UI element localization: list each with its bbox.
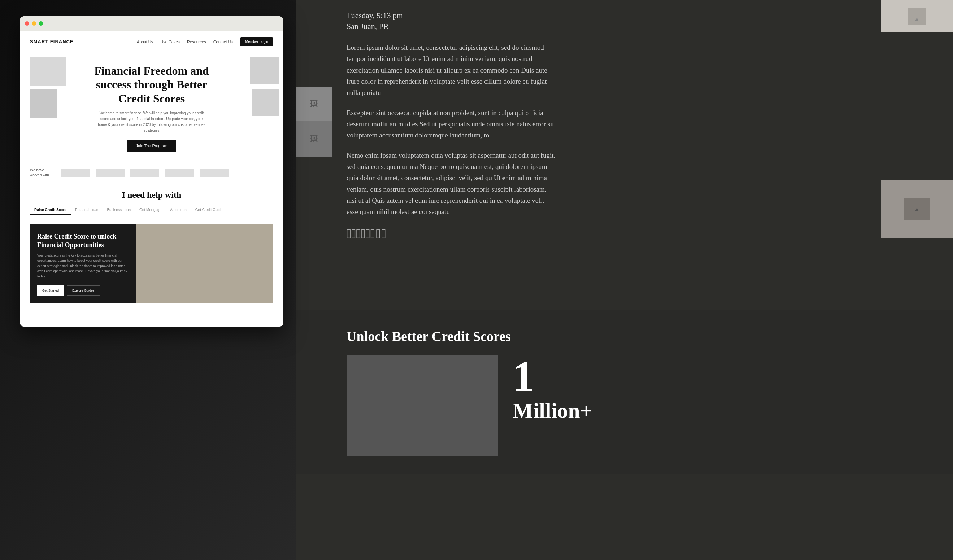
help-title: I need help with xyxy=(30,190,273,200)
top-widget: ▲ xyxy=(881,0,953,33)
card-title: Raise Credit Score to unlock Financial O… xyxy=(37,233,129,249)
card-buttons: Get Started Explore Guides xyxy=(37,285,129,296)
hero-image-bl xyxy=(30,89,57,118)
partner-logo-2 xyxy=(96,169,124,177)
partners-section: We haveworked with xyxy=(20,161,283,185)
help-section: I need help with Raise Credit Score Pers… xyxy=(20,185,283,219)
widget-image: ▲ xyxy=(908,8,926,25)
card-left: Raise Credit Score to unlock Financial O… xyxy=(30,225,137,304)
tab-get-mortgage[interactable]: Get Mortgage xyxy=(135,205,166,215)
lower-image xyxy=(346,355,498,456)
tab-auto-loan[interactable]: Auto Loan xyxy=(166,205,191,215)
mountain-icon-2: ▲ xyxy=(914,206,920,213)
tab-raise-credit[interactable]: Raise Credit Score xyxy=(30,205,71,215)
partners-label: We haveworked with xyxy=(30,168,55,178)
tab-business-loan[interactable]: Business Loan xyxy=(102,205,135,215)
card-description: Your credit score is the key to accessin… xyxy=(37,253,129,279)
partner-logo-4 xyxy=(165,169,194,177)
nav-contact[interactable]: Contact Us xyxy=(213,40,233,44)
explore-guides-button[interactable]: Explore Guides xyxy=(67,285,100,296)
mountain-icon: ▲ xyxy=(914,16,920,22)
hero-section: Financial Freedom and success through Be… xyxy=(20,53,283,157)
nav-links: About Us Use Cases Resources Contact Us … xyxy=(137,37,273,46)
paragraph-3: Nemo enim ipsam voluptatem quia voluptas… xyxy=(346,150,556,217)
maximize-dot[interactable] xyxy=(39,21,43,26)
location-display: San Juan, PR xyxy=(346,22,563,31)
hero-image-br xyxy=(252,89,279,116)
hero-image-tl xyxy=(30,57,66,85)
minimize-dot[interactable] xyxy=(32,21,36,26)
right-text-area: Tuesday, 5:13 pm San Juan, PR Lorem ipsu… xyxy=(296,0,585,325)
card-right-image xyxy=(137,225,273,304)
partner-logo-5 xyxy=(200,169,228,177)
unlock-title: Unlock Better Credit Scores xyxy=(346,328,931,344)
browser-content: SMART FINANCE About Us Use Cases Resourc… xyxy=(20,31,283,327)
right-panel: ▲ 🖼 🖼 Tuesday, 5:13 pm San Juan, PR Lore… xyxy=(296,0,953,560)
get-started-button[interactable]: Get Started xyxy=(37,285,64,296)
close-dot[interactable] xyxy=(25,21,29,26)
bottom-image-placeholder: ▲ xyxy=(904,199,930,220)
nav-resources[interactable]: Resources xyxy=(187,40,206,44)
join-program-button[interactable]: Join The Program xyxy=(127,140,176,152)
browser-bar xyxy=(20,16,283,31)
lower-stats: 1 Million+ xyxy=(512,355,931,423)
browser-window: SMART FINANCE About Us Use Cases Resourc… xyxy=(20,16,283,327)
hero-title: Financial Freedom and success through Be… xyxy=(83,60,220,105)
site-logo: SMART FINANCE xyxy=(30,39,74,44)
site-nav: SMART FINANCE About Us Use Cases Resourc… xyxy=(20,31,283,53)
paragraph-1: Lorem ipsum dolor sit amet, consectetur … xyxy=(346,42,556,99)
stat-suffix: Million+ xyxy=(512,398,931,423)
partner-logo-3 xyxy=(130,169,159,177)
hero-description: Welcome to smart finance. We will help y… xyxy=(98,110,206,133)
paragraph-2: Excepteur sint occaecat cupidatat non pr… xyxy=(346,107,556,141)
datetime-display: Tuesday, 5:13 pm xyxy=(346,11,563,20)
card-section: Raise Credit Score to unlock Financial O… xyxy=(20,225,283,304)
tabs-row: Raise Credit Score Personal Loan Busines… xyxy=(30,205,273,215)
lower-content: 1 Million+ xyxy=(346,355,931,456)
lower-section: Unlock Better Credit Scores 1 Million+ xyxy=(296,310,953,474)
nav-about[interactable]: About Us xyxy=(137,40,153,44)
tab-personal-loan[interactable]: Personal Loan xyxy=(71,205,103,215)
partner-logo-1 xyxy=(61,169,90,177)
bottom-right-image: ▲ xyxy=(881,180,953,238)
member-login-button[interactable]: Member Login xyxy=(240,37,273,46)
stat-number: 1 xyxy=(512,355,931,398)
nav-usecases[interactable]: Use Cases xyxy=(160,40,180,44)
signature: 𝑏𝑢𝑙𝑕𝑎𝑎 𝑚 𝑡 xyxy=(346,226,563,241)
hero-image-tr xyxy=(250,57,279,84)
tab-get-credit-card[interactable]: Get Credit Card xyxy=(191,205,225,215)
